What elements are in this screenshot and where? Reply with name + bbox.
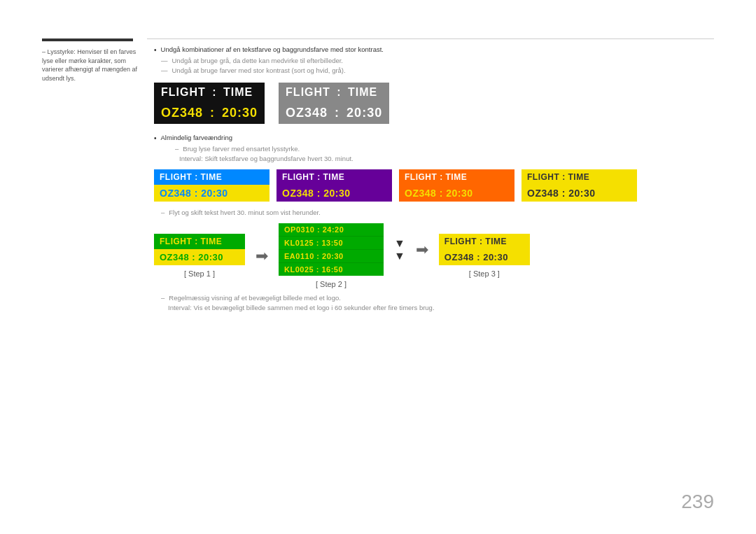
step2-label: [ Step 2 ] [316,280,346,288]
bullet-text-1: Undgå kombinationer af en tekstfarve og … [161,45,384,53]
dash-item-1: — Undgå at bruge grå, da dette kan medvi… [154,57,714,64]
section3-dash-text: Flyt og skift tekst hvert 30. minut som … [169,209,320,216]
small-card-yellow: FLIGHT : TIME OZ348 : 20:30 [522,169,637,202]
section3-dash: – Flyt og skift tekst hvert 30. minut so… [154,209,714,216]
section2: • Almindelig farveændring – Brug lyse fa… [154,134,714,162]
step3-row2: OZ348 : 20:30 [439,249,530,265]
step3-row1: FLIGHT : TIME [439,234,530,249]
arrow-right-1: ➡ [255,247,268,265]
small-card-yellow-row2: OZ348 : 20:30 [522,185,637,202]
dash-text-2: Undgå at bruge farver med stor kontrast … [172,66,346,74]
step1-label: [ Step 1 ] [184,269,215,278]
step2-row-2: KL0125 : 13:50 [279,237,384,250]
section4-dash-text-2: Interval: Vis et bevægeligt billede samm… [168,304,435,311]
section2-bullet: • Almindelig farveændring [154,134,714,143]
small-card-orange-row2: OZ348 : 20:30 [399,185,514,202]
step3-label: [ Step 3 ] [469,269,500,278]
step3-card: FLIGHT : TIME OZ348 : 20:30 [439,234,530,265]
section2-bullet-text: Almindelig farveændring [161,134,232,141]
step2-row-3: EA0110 : 20:30 [279,250,384,263]
time-label-gray: TIME [348,86,377,99]
step2-card: OP0310 : 24:20 KL0125 : 13:50 EA0110 : 2… [279,223,384,276]
small-card-purple: FLIGHT : TIME OZ348 : 20:30 [276,169,392,202]
time-label-black: TIME [223,86,253,99]
page-container: – Lysstyrke: Henviser til en farves lyse… [0,0,756,534]
section1-bullets: • Undgå kombinationer af en tekstfarve o… [154,45,714,74]
flight-card-gray-row2: OZ348 : 20:30 [279,102,389,124]
small-cards-row: FLIGHT : TIME OZ348 : 20:30 FLIGHT : TIM… [154,169,714,202]
dash-text-1: Undgå at bruge grå, da dette kan medvirk… [172,57,344,64]
small-card-purple-row2: OZ348 : 20:30 [276,185,392,202]
section4: – Regelmæssig visning af et bevægeligt b… [154,294,714,311]
small-card-blue-row1: FLIGHT : TIME [154,169,270,185]
small-card-purple-row1: FLIGHT : TIME [276,169,392,185]
flight-time-gray: 20:30 [346,106,382,120]
section2-dash-1: – Brug lyse farver med ensartet lysstyrk… [154,145,714,153]
dash-item-2: — Undgå at bruge farver med stor kontras… [154,66,714,74]
section4-dash-text-1: Regelmæssig visning af et bevægeligt bil… [169,294,341,302]
small-card-orange-row1: FLIGHT : TIME [399,169,514,185]
top-line [147,38,714,39]
dash-sym-1: — [161,57,168,64]
small-card-yellow-row1: FLIGHT : TIME [522,169,637,185]
step2-item: OP0310 : 24:20 KL0125 : 13:50 EA0110 : 2… [279,223,384,288]
step1-card: FLIGHT : TIME OZ348 : 20:30 [154,234,245,265]
step1-row1: FLIGHT : TIME [154,234,245,249]
sidebar-text: – Lysstyrke: Henviser til en farves lyse… [42,48,140,83]
dash-sym-2: — [161,66,168,74]
flight-label-gray: FLIGHT [286,86,330,99]
bullet-dot-2: • [154,134,157,143]
main-content: • Undgå kombinationer af en tekstfarve o… [154,45,714,314]
section2-dash-text-1: Brug lyse farver med ensartet lysstyrke. [183,145,300,153]
flight-card-black-row1: FLIGHT : TIME [154,83,265,102]
step2-row-4: KL0025 : 16:50 [279,263,384,276]
step2-row-1: OP0310 : 24:20 [279,223,384,237]
section4-dash-1: – Regelmæssig visning af et bevægeligt b… [154,294,714,302]
bullet-dot: • [154,45,157,55]
down-arrow-2: ▼ [394,251,405,262]
down-arrows-group: ▼ ▼ [394,238,405,262]
sidebar-bar [42,38,133,41]
flight-time-black: 20:30 [222,106,258,120]
flight-card-gray: FLIGHT : TIME OZ348 : 20:30 [279,83,389,124]
small-card-blue: FLIGHT : TIME OZ348 : 20:30 [154,169,270,202]
down-arrow-1: ▼ [394,238,405,249]
down-arrows: ▼ ▼ [394,238,405,262]
small-card-blue-row2: OZ348 : 20:30 [154,185,270,202]
flight-card-black: FLIGHT : TIME OZ348 : 20:30 [154,83,265,124]
large-cards-row: FLIGHT : TIME OZ348 : 20:30 FLIGHT : TIM… [154,83,714,124]
arrow-right-2: ➡ [416,241,428,259]
bullet-item-1: • Undgå kombinationer af en tekstfarve o… [154,45,714,55]
flight-card-gray-row1: FLIGHT : TIME [279,83,389,102]
section2-dash-2: Interval: Skift tekstfarve og baggrundsf… [154,155,714,162]
steps-section: FLIGHT : TIME OZ348 : 20:30 [ Step 1 ] ➡… [154,223,714,288]
step1-item: FLIGHT : TIME OZ348 : 20:30 [ Step 1 ] [154,234,245,278]
flight-label-black: FLIGHT [161,86,206,99]
flight-card-black-row2: OZ348 : 20:30 [154,102,265,124]
section2-dash-text-2: Interval: Skift tekstfarve og baggrundsf… [179,155,354,162]
page-number: 239 [681,491,714,513]
flight-number-gray: OZ348 [286,106,328,120]
small-card-orange: FLIGHT : TIME OZ348 : 20:30 [399,169,514,202]
flight-number-black: OZ348 [161,106,203,120]
step1-row2: OZ348 : 20:30 [154,249,245,265]
section4-dash-2: Interval: Vis et bevægeligt billede samm… [154,304,714,311]
step3-item: FLIGHT : TIME OZ348 : 20:30 [ Step 3 ] [439,234,530,278]
